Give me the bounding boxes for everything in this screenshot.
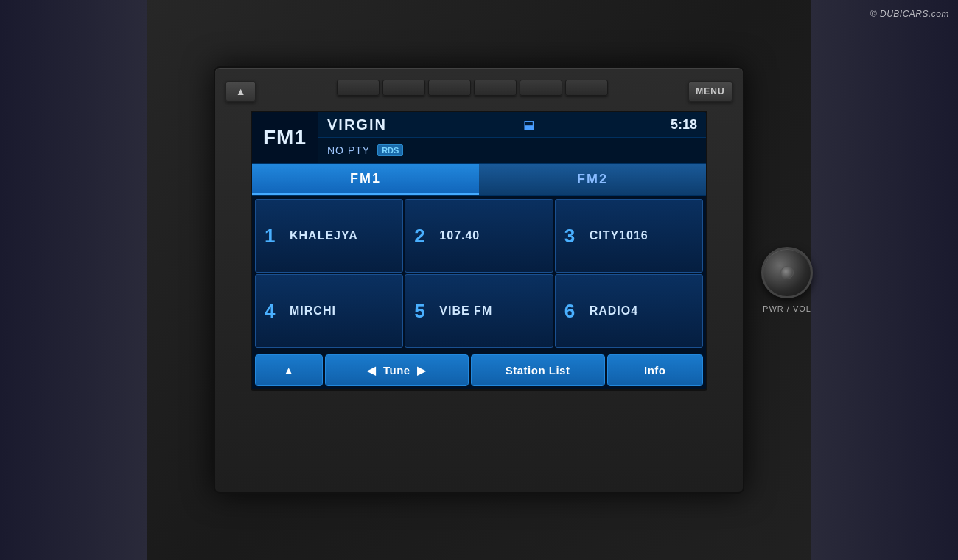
station-num-1: 1 [265, 225, 282, 248]
station-cell-2[interactable]: 2 107.40 [405, 199, 553, 273]
station-pty-row: NO PTY RDS [318, 138, 706, 163]
station-num-2: 2 [414, 225, 432, 248]
preset-btn-1[interactable] [337, 80, 380, 96]
station-name-row: VIRGIN ⬓ 5:18 [318, 112, 706, 138]
preset-buttons [256, 80, 688, 96]
station-name-1: KHALEJYA [290, 229, 358, 242]
station-name: VIRGIN [327, 116, 387, 133]
station-cell-4[interactable]: 4 MIRCHI [255, 274, 403, 348]
station-num-4: 4 [265, 300, 282, 323]
preset-btn-3[interactable] [428, 80, 471, 96]
station-info: VIRGIN ⬓ 5:18 NO PTY RDS [318, 112, 706, 163]
station-num-3: 3 [564, 225, 582, 248]
station-num-6: 6 [564, 300, 582, 323]
info-button[interactable]: Info [607, 354, 703, 386]
pwr-vol-knob[interactable] [761, 247, 813, 298]
tune-button[interactable]: ◀ Tune ▶ [325, 354, 469, 386]
station-cell-1[interactable]: 1 KHALEJYA [255, 199, 403, 273]
car-panel: © DUBICARS.com ▲ MENU FM1 [0, 0, 958, 560]
screen-inner: FM1 VIRGIN ⬓ 5:18 NO PTY RDS [252, 112, 706, 389]
fm-tabs: FM1 FM2 [252, 164, 706, 196]
pwr-vol-label: PWR / VOL [763, 304, 811, 313]
time-display: 5:18 [671, 117, 697, 133]
bluetooth-icon: ⬓ [520, 116, 536, 133]
station-name-6: RADIO4 [590, 304, 638, 318]
station-name-2: 107.40 [439, 229, 480, 242]
watermark: © DUBICARS.com [870, 9, 949, 19]
station-name-5: VIBE FM [439, 304, 492, 318]
left-panel [0, 0, 147, 560]
screen: FM1 VIRGIN ⬓ 5:18 NO PTY RDS [251, 111, 707, 391]
pty-text: NO PTY [327, 144, 370, 156]
preset-btn-2[interactable] [382, 80, 425, 96]
stations-grid: 1 KHALEJYA 2 107.40 3 CITY1016 4 MIRCHI [252, 196, 706, 351]
eject-button[interactable]: ▲ [225, 81, 256, 102]
screen-header: FM1 VIRGIN ⬓ 5:18 NO PTY RDS [252, 112, 706, 164]
right-panel [811, 0, 958, 560]
station-name-4: MIRCHI [290, 304, 336, 318]
up-button[interactable]: ▲ [255, 354, 323, 386]
bottom-controls: ▲ ◀ Tune ▶ Station List Info [252, 351, 706, 389]
tab-fm2[interactable]: FM2 [479, 164, 706, 195]
menu-button[interactable]: MENU [688, 81, 733, 102]
station-cell-5[interactable]: 5 VIBE FM [405, 274, 553, 348]
station-cell-3[interactable]: 3 CITY1016 [555, 199, 703, 273]
tab-fm1[interactable]: FM1 [252, 164, 479, 195]
rds-badge: RDS [377, 144, 403, 156]
preset-btn-6[interactable] [565, 80, 608, 96]
station-list-button[interactable]: Station List [471, 354, 605, 386]
station-name-3: CITY1016 [590, 229, 648, 242]
fm-label: FM1 [252, 112, 318, 163]
top-controls: ▲ MENU [225, 80, 733, 103]
station-num-5: 5 [414, 300, 432, 323]
bt-symbol: ⬓ [523, 118, 534, 132]
station-cell-6[interactable]: 6 RADIO4 [555, 274, 703, 348]
head-unit: ▲ MENU FM1 VIRGIN [214, 66, 744, 494]
preset-btn-4[interactable] [474, 80, 517, 96]
preset-btn-5[interactable] [520, 80, 562, 96]
